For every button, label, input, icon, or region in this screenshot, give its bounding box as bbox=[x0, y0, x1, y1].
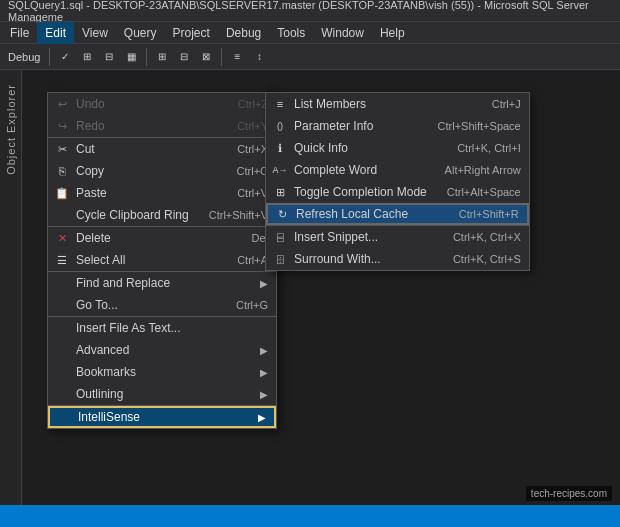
intellisense-parameter-info[interactable]: () Parameter Info Ctrl+Shift+Space bbox=[266, 115, 529, 137]
intellisense-list-members[interactable]: ≡ List Members Ctrl+J bbox=[266, 93, 529, 115]
toolbar-btn7[interactable]: ⊠ bbox=[196, 47, 216, 67]
debug-label: Debug bbox=[8, 51, 40, 63]
menu-tools[interactable]: Tools bbox=[269, 22, 313, 44]
edit-delete[interactable]: ✕ Delete Del bbox=[48, 227, 276, 249]
undo-shortcut: Ctrl+Z bbox=[218, 98, 268, 110]
menu-edit[interactable]: Edit bbox=[37, 22, 74, 44]
redo-icon: ↪ bbox=[54, 118, 70, 134]
parameter-info-shortcut: Ctrl+Shift+Space bbox=[418, 120, 521, 132]
edit-insert-file[interactable]: Insert File As Text... bbox=[48, 317, 276, 339]
delete-shortcut: Del bbox=[232, 232, 269, 244]
toggle-completion-icon: ⊞ bbox=[272, 184, 288, 200]
undo-icon: ↩ bbox=[54, 96, 70, 112]
refresh-cache-icon: ↻ bbox=[274, 206, 290, 222]
menu-window[interactable]: Window bbox=[313, 22, 372, 44]
quick-info-label: Quick Info bbox=[294, 141, 348, 155]
toolbar-check[interactable]: ✓ bbox=[55, 47, 75, 67]
toggle-completion-shortcut: Ctrl+Alt+Space bbox=[427, 186, 521, 198]
menu-debug[interactable]: Debug bbox=[218, 22, 269, 44]
delete-label: Delete bbox=[76, 231, 111, 245]
outlining-label: Outlining bbox=[76, 387, 123, 401]
refresh-cache-label: Refresh Local Cache bbox=[296, 207, 408, 221]
toolbar-btn2[interactable]: ⊞ bbox=[77, 47, 97, 67]
menu-help[interactable]: Help bbox=[372, 22, 413, 44]
toolbar-separator-2 bbox=[146, 48, 147, 66]
intellisense-toggle-completion[interactable]: ⊞ Toggle Completion Mode Ctrl+Alt+Space bbox=[266, 181, 529, 203]
watermark-text: tech-recipes.com bbox=[531, 488, 607, 499]
edit-intellisense[interactable]: IntelliSense ▶ bbox=[48, 406, 276, 428]
edit-cut[interactable]: ✂ Cut Ctrl+X bbox=[48, 138, 276, 160]
intellisense-surround-with[interactable]: ⌹ Surround With... Ctrl+K, Ctrl+S bbox=[266, 248, 529, 270]
cut-label: Cut bbox=[76, 142, 95, 156]
select-all-shortcut: Ctrl+A bbox=[217, 254, 268, 266]
surround-with-label: Surround With... bbox=[294, 252, 381, 266]
intellisense-complete-word[interactable]: A→ Complete Word Alt+Right Arrow bbox=[266, 159, 529, 181]
editor-area[interactable]: ↩ Undo Ctrl+Z ↪ Redo Ctrl+Y ✂ Cut Ctrl+X… bbox=[22, 70, 620, 527]
watermark: tech-recipes.com bbox=[526, 486, 612, 501]
find-replace-label: Find and Replace bbox=[76, 276, 170, 290]
intellisense-label: IntelliSense bbox=[78, 410, 140, 424]
select-all-label: Select All bbox=[76, 253, 125, 267]
menu-query[interactable]: Query bbox=[116, 22, 165, 44]
edit-redo[interactable]: ↪ Redo Ctrl+Y bbox=[48, 115, 276, 137]
cut-shortcut: Ctrl+X bbox=[217, 143, 268, 155]
intellisense-arrow: ▶ bbox=[258, 412, 266, 423]
toolbar-btn9[interactable]: ↕ bbox=[249, 47, 269, 67]
toolbar-separator-3 bbox=[221, 48, 222, 66]
toolbar-btn3[interactable]: ⊟ bbox=[99, 47, 119, 67]
menu-project[interactable]: Project bbox=[165, 22, 218, 44]
sidebar-label: Object Explorer bbox=[5, 84, 17, 175]
delete-icon: ✕ bbox=[54, 230, 70, 246]
complete-word-label: Complete Word bbox=[294, 163, 377, 177]
refresh-cache-shortcut: Ctrl+Shift+R bbox=[439, 208, 519, 220]
menu-bar: File Edit View Query Project Debug Tools… bbox=[0, 22, 620, 44]
menu-file[interactable]: File bbox=[2, 22, 37, 44]
redo-shortcut: Ctrl+Y bbox=[217, 120, 268, 132]
edit-copy[interactable]: ⎘ Copy Ctrl+C bbox=[48, 160, 276, 182]
edit-find-replace[interactable]: Find and Replace ▶ bbox=[48, 272, 276, 294]
find-replace-arrow: ▶ bbox=[260, 278, 268, 289]
advanced-arrow: ▶ bbox=[260, 345, 268, 356]
edit-goto[interactable]: Go To... Ctrl+G bbox=[48, 294, 276, 316]
edit-paste[interactable]: 📋 Paste Ctrl+V bbox=[48, 182, 276, 204]
toolbar-separator-1 bbox=[49, 48, 50, 66]
edit-select-all[interactable]: ☰ Select All Ctrl+A bbox=[48, 249, 276, 271]
parameter-info-icon: () bbox=[272, 118, 288, 134]
toolbar: Debug ✓ ⊞ ⊟ ▦ ⊞ ⊟ ⊠ ≡ ↕ bbox=[0, 44, 620, 70]
complete-word-shortcut: Alt+Right Arrow bbox=[425, 164, 521, 176]
toolbar-btn8[interactable]: ≡ bbox=[227, 47, 247, 67]
parameter-info-label: Parameter Info bbox=[294, 119, 373, 133]
complete-word-icon: A→ bbox=[272, 162, 288, 178]
bookmarks-label: Bookmarks bbox=[76, 365, 136, 379]
edit-cycle-clipboard[interactable]: Cycle Clipboard Ring Ctrl+Shift+V bbox=[48, 204, 276, 226]
intellisense-insert-snippet[interactable]: ⌸ Insert Snippet... Ctrl+K, Ctrl+X bbox=[266, 226, 529, 248]
undo-label: Undo bbox=[76, 97, 105, 111]
edit-advanced[interactable]: Advanced ▶ bbox=[48, 339, 276, 361]
bookmarks-arrow: ▶ bbox=[260, 367, 268, 378]
title-bar: SQLQuery1.sql - DESKTOP-23ATANB\SQLSERVE… bbox=[0, 0, 620, 22]
quick-info-icon: ℹ bbox=[272, 140, 288, 156]
edit-menu: ↩ Undo Ctrl+Z ↪ Redo Ctrl+Y ✂ Cut Ctrl+X… bbox=[47, 92, 277, 429]
edit-bookmarks[interactable]: Bookmarks ▶ bbox=[48, 361, 276, 383]
title-text: SQLQuery1.sql - DESKTOP-23ATANB\SQLSERVE… bbox=[8, 0, 612, 23]
toolbar-btn6[interactable]: ⊟ bbox=[174, 47, 194, 67]
paste-icon: 📋 bbox=[54, 185, 70, 201]
goto-shortcut: Ctrl+G bbox=[216, 299, 268, 311]
advanced-label: Advanced bbox=[76, 343, 129, 357]
insert-snippet-label: Insert Snippet... bbox=[294, 230, 378, 244]
copy-label: Copy bbox=[76, 164, 104, 178]
toolbar-btn4[interactable]: ▦ bbox=[121, 47, 141, 67]
surround-with-shortcut: Ctrl+K, Ctrl+S bbox=[433, 253, 521, 265]
menu-view[interactable]: View bbox=[74, 22, 116, 44]
paste-shortcut: Ctrl+V bbox=[217, 187, 268, 199]
object-explorer-sidebar: Object Explorer bbox=[0, 70, 22, 527]
main-area: Object Explorer ↩ Undo Ctrl+Z ↪ Redo Ctr… bbox=[0, 70, 620, 527]
edit-outlining[interactable]: Outlining ▶ bbox=[48, 383, 276, 405]
toolbar-btn5[interactable]: ⊞ bbox=[152, 47, 172, 67]
edit-undo[interactable]: ↩ Undo Ctrl+Z bbox=[48, 93, 276, 115]
outlining-arrow: ▶ bbox=[260, 389, 268, 400]
intellisense-quick-info[interactable]: ℹ Quick Info Ctrl+K, Ctrl+I bbox=[266, 137, 529, 159]
list-members-shortcut: Ctrl+J bbox=[472, 98, 521, 110]
insert-snippet-icon: ⌸ bbox=[272, 229, 288, 245]
intellisense-refresh-cache[interactable]: ↻ Refresh Local Cache Ctrl+Shift+R bbox=[266, 203, 529, 225]
